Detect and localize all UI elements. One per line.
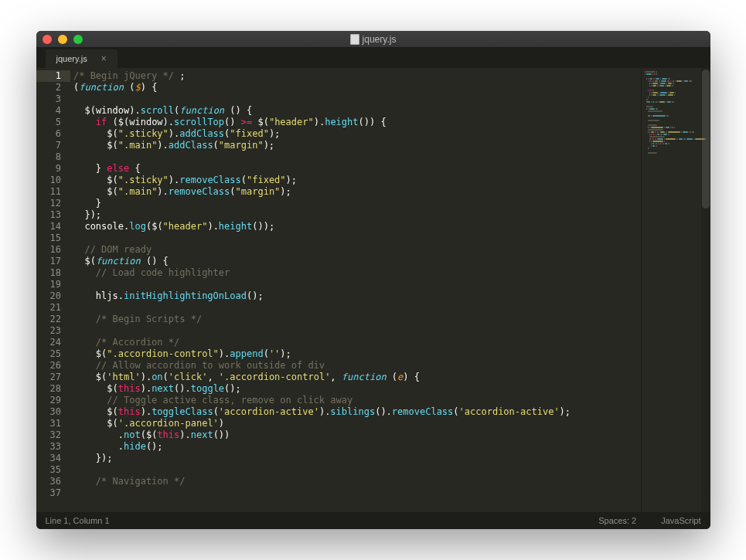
line-number-gutter[interactable]: 1234567891011121314151617181920212223242… bbox=[36, 68, 70, 512]
line-number[interactable]: 15 bbox=[50, 232, 61, 244]
line-number[interactable]: 19 bbox=[50, 279, 61, 290]
code-line[interactable] bbox=[70, 232, 641, 244]
scrollbar-vertical[interactable] bbox=[701, 68, 710, 512]
line-number[interactable]: 22 bbox=[50, 314, 61, 325]
line-number[interactable]: 32 bbox=[50, 429, 61, 441]
code-line[interactable]: /* Begin Scripts */ bbox=[70, 314, 641, 325]
code-line[interactable]: $(this).toggleClass('accordion-active').… bbox=[70, 406, 641, 418]
line-number[interactable]: 21 bbox=[50, 302, 61, 314]
line-number[interactable]: 14 bbox=[50, 221, 61, 232]
line-number[interactable]: 9 bbox=[50, 163, 61, 175]
code-line[interactable]: $(".sticky").addClass("fixed"); bbox=[70, 128, 641, 140]
status-bar: Line 1, Column 1 Spaces: 2 JavaScript bbox=[36, 512, 710, 529]
line-number[interactable]: 34 bbox=[50, 453, 61, 464]
code-line[interactable]: $(".accordion-control").append(''); bbox=[70, 348, 641, 360]
file-icon bbox=[350, 34, 359, 45]
window-title: jquery.js bbox=[36, 34, 710, 45]
minimize-window-button[interactable] bbox=[58, 35, 67, 44]
code-line[interactable]: .not($(this).next()) bbox=[70, 429, 641, 441]
line-number[interactable]: 16 bbox=[50, 244, 61, 256]
line-number[interactable]: 1 bbox=[36, 70, 70, 82]
scrollbar-thumb[interactable] bbox=[702, 70, 710, 209]
code-line[interactable]: $(window).scroll(function () { bbox=[70, 105, 641, 117]
code-line[interactable]: $('html').on('click', '.accordion-contro… bbox=[70, 372, 641, 383]
code-line[interactable]: }); bbox=[70, 453, 641, 464]
code-line[interactable]: .hide(); bbox=[70, 441, 641, 453]
line-number[interactable]: 18 bbox=[50, 267, 61, 279]
line-number[interactable]: 29 bbox=[50, 395, 61, 406]
line-number[interactable]: 23 bbox=[50, 325, 61, 337]
line-number[interactable]: 31 bbox=[50, 418, 61, 429]
line-number[interactable]: 4 bbox=[50, 105, 61, 117]
code-line[interactable]: /* Accordion */ bbox=[70, 337, 641, 348]
line-number[interactable]: 6 bbox=[50, 128, 61, 140]
line-number[interactable]: 8 bbox=[50, 151, 61, 163]
code-line[interactable] bbox=[70, 151, 641, 163]
close-window-button[interactable] bbox=[43, 35, 52, 44]
titlebar[interactable]: jquery.js bbox=[36, 31, 710, 48]
line-number[interactable]: 28 bbox=[50, 383, 61, 395]
line-number[interactable]: 5 bbox=[50, 117, 61, 128]
code-line[interactable]: $(".main").removeClass("margin"); bbox=[70, 186, 641, 198]
minimap[interactable] bbox=[641, 68, 710, 512]
line-number[interactable]: 37 bbox=[50, 487, 61, 499]
code-line[interactable]: } bbox=[70, 198, 641, 209]
code-line[interactable] bbox=[70, 302, 641, 314]
zoom-window-button[interactable] bbox=[73, 35, 83, 44]
line-number[interactable]: 17 bbox=[50, 256, 61, 267]
window-title-text: jquery.js bbox=[363, 34, 397, 45]
code-line[interactable]: $(function () { bbox=[70, 256, 641, 267]
code-line[interactable]: // Toggle active class, remove on click … bbox=[70, 395, 641, 406]
tab-file[interactable]: jquery.js × bbox=[46, 49, 118, 68]
code-line[interactable] bbox=[70, 279, 641, 290]
code-line[interactable] bbox=[70, 325, 641, 337]
code-line[interactable]: // Allow accordion to work outside of di… bbox=[70, 360, 641, 372]
traffic-lights bbox=[43, 35, 83, 44]
line-number[interactable]: 35 bbox=[50, 464, 61, 476]
code-line[interactable]: $(".sticky").removeClass("fixed"); bbox=[70, 175, 641, 186]
line-number[interactable]: 13 bbox=[50, 209, 61, 221]
code-line[interactable]: }); bbox=[70, 209, 641, 221]
code-line[interactable]: } else { bbox=[70, 163, 641, 175]
line-number[interactable]: 7 bbox=[50, 140, 61, 151]
status-indentation[interactable]: Spaces: 2 bbox=[598, 516, 636, 525]
code-line[interactable]: // DOM ready bbox=[70, 244, 641, 256]
code-line[interactable]: $(".main").addClass("margin"); bbox=[70, 140, 641, 151]
line-number[interactable]: 3 bbox=[50, 93, 61, 105]
code-line[interactable]: $('.accordion-panel') bbox=[70, 418, 641, 429]
code-line[interactable]: // Load code highlighter bbox=[70, 267, 641, 279]
tab-bar[interactable]: jquery.js × bbox=[36, 48, 710, 68]
line-number[interactable]: 27 bbox=[50, 372, 61, 383]
code-line[interactable]: if ($(window).scrollTop() >= $("header")… bbox=[70, 117, 641, 128]
line-number[interactable]: 12 bbox=[50, 198, 61, 209]
line-number[interactable]: 30 bbox=[50, 406, 61, 418]
line-number[interactable]: 11 bbox=[50, 186, 61, 198]
line-number[interactable]: 24 bbox=[50, 337, 61, 348]
code-line[interactable]: /* Begin jQuery */ ; bbox=[70, 70, 641, 82]
line-number[interactable]: 10 bbox=[50, 175, 61, 186]
code-line[interactable]: (function ($) { bbox=[70, 82, 641, 93]
code-line[interactable]: hljs.initHighlightingOnLoad(); bbox=[70, 290, 641, 302]
code-content[interactable]: /* Begin jQuery */ ;(function ($) { $(wi… bbox=[70, 68, 641, 512]
line-number[interactable]: 33 bbox=[50, 441, 61, 453]
code-line[interactable] bbox=[70, 487, 641, 499]
line-number[interactable]: 2 bbox=[50, 82, 61, 93]
line-number[interactable]: 26 bbox=[50, 360, 61, 372]
code-line[interactable] bbox=[70, 464, 641, 476]
line-number[interactable]: 20 bbox=[50, 290, 61, 302]
line-number[interactable]: 36 bbox=[50, 476, 61, 487]
code-line[interactable]: console.log($("header").height()); bbox=[70, 221, 641, 232]
code-line[interactable]: /* Navigation */ bbox=[70, 476, 641, 487]
tab-close-icon[interactable]: × bbox=[101, 53, 107, 64]
code-line[interactable] bbox=[70, 93, 641, 105]
line-number[interactable]: 25 bbox=[50, 348, 61, 360]
status-language[interactable]: JavaScript bbox=[661, 516, 700, 525]
editor-window: jquery.js jquery.js × 123456789101112131… bbox=[36, 31, 710, 529]
editor-area[interactable]: 1234567891011121314151617181920212223242… bbox=[36, 68, 710, 512]
tab-label: jquery.js bbox=[56, 54, 87, 63]
code-line[interactable]: $(this).next().toggle(); bbox=[70, 383, 641, 395]
status-cursor-position[interactable]: Line 1, Column 1 bbox=[46, 516, 110, 525]
